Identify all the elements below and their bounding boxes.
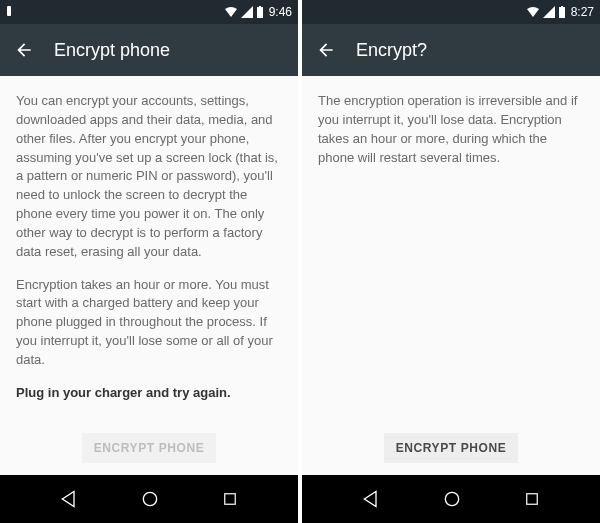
nav-recents-icon[interactable] — [221, 490, 239, 508]
encrypt-phone-button: ENCRYPT PHONE — [82, 433, 217, 463]
svg-rect-2 — [259, 6, 261, 7]
content: You can encrypt your accounts, settings,… — [0, 76, 298, 475]
wifi-icon — [526, 6, 540, 18]
body-paragraph-1: The encryption operation is irreversible… — [318, 92, 584, 167]
app-bar: Encrypt phone — [0, 24, 298, 76]
navigation-bar — [302, 475, 600, 523]
nav-back-icon[interactable] — [59, 489, 79, 509]
cellular-icon — [543, 6, 555, 18]
battery-icon — [256, 6, 264, 18]
nav-home-icon[interactable] — [442, 489, 462, 509]
status-bar: 9:46 — [0, 0, 298, 24]
svg-rect-8 — [527, 494, 538, 505]
wifi-icon — [224, 6, 238, 18]
status-bar: 8:27 — [302, 0, 600, 24]
cta-bar: ENCRYPT PHONE — [0, 421, 298, 475]
nav-back-icon[interactable] — [361, 489, 381, 509]
svg-point-7 — [445, 492, 458, 505]
status-time: 9:46 — [269, 5, 292, 19]
svg-rect-0 — [7, 6, 11, 16]
page-title: Encrypt? — [356, 40, 427, 61]
navigation-bar — [0, 475, 298, 523]
battery-icon — [558, 6, 566, 18]
svg-point-3 — [143, 492, 156, 505]
status-time: 8:27 — [571, 5, 594, 19]
page-title: Encrypt phone — [54, 40, 170, 61]
body-paragraph-1: You can encrypt your accounts, settings,… — [16, 92, 282, 262]
app-bar: Encrypt? — [302, 24, 600, 76]
phone-right: 8:27 Encrypt? The encryption operation i… — [302, 0, 600, 523]
nav-recents-icon[interactable] — [523, 490, 541, 508]
phone-left: 9:46 Encrypt phone You can encrypt your … — [0, 0, 298, 523]
nav-home-icon[interactable] — [140, 489, 160, 509]
encrypt-phone-button[interactable]: ENCRYPT PHONE — [384, 433, 519, 463]
content: The encryption operation is irreversible… — [302, 76, 600, 475]
notification-icon — [6, 6, 12, 18]
cta-bar: ENCRYPT PHONE — [302, 421, 600, 475]
svg-rect-6 — [561, 6, 563, 7]
svg-rect-1 — [257, 7, 263, 18]
charger-warning: Plug in your charger and try again. — [16, 384, 282, 403]
back-icon[interactable] — [14, 40, 34, 60]
svg-rect-4 — [225, 494, 236, 505]
back-icon[interactable] — [316, 40, 336, 60]
svg-rect-5 — [559, 7, 565, 18]
body-paragraph-2: Encryption takes an hour or more. You mu… — [16, 276, 282, 370]
cellular-icon — [241, 6, 253, 18]
